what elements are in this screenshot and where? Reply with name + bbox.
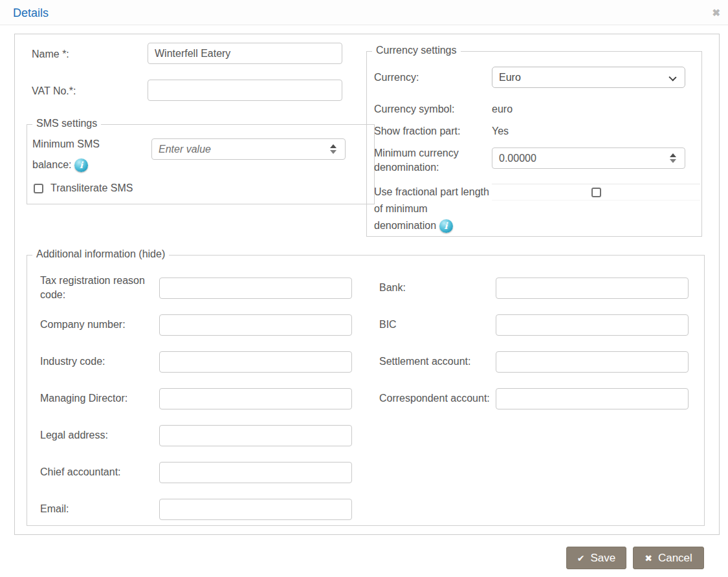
- correspondent-account-input[interactable]: [496, 388, 689, 409]
- email-label: Email:: [40, 502, 159, 516]
- hide-toggle[interactable]: (hide): [138, 248, 165, 259]
- currency-settings-fieldset: Currency settings Currency: Euro Currenc…: [366, 51, 702, 237]
- stepper-up-icon[interactable]: [330, 144, 336, 148]
- field-row: Correspondent account:: [379, 384, 703, 413]
- transliterate-sms-checkbox[interactable]: [34, 184, 43, 193]
- show-fraction-value: Yes: [492, 124, 509, 138]
- currency-label: Currency:: [374, 71, 419, 85]
- field-row: Chief accountant:: [40, 458, 369, 486]
- bank-input[interactable]: [496, 278, 689, 299]
- number-stepper[interactable]: [330, 138, 339, 160]
- name-label: Name *:: [32, 47, 69, 61]
- stepper-up-icon[interactable]: [670, 153, 676, 157]
- dialog-header: Details ✖: [0, 0, 728, 25]
- bic-label: BIC: [379, 318, 496, 332]
- vat-label: VAT No.*:: [32, 84, 76, 98]
- field-row: Industry code:: [40, 347, 369, 376]
- currency-symbol-value: euro: [492, 102, 513, 116]
- currency-settings-legend: Currency settings: [372, 45, 461, 56]
- field-row: Email:: [40, 495, 369, 523]
- industry-code-input[interactable]: [159, 351, 352, 373]
- number-stepper[interactable]: [670, 147, 679, 169]
- details-form-panel: Name *: VAT No.*: SMS settings Minimum S…: [14, 34, 720, 535]
- name-input[interactable]: [148, 43, 342, 64]
- min-sms-balance-label: Minimum SMS balance: i: [32, 134, 120, 175]
- additional-info-fieldset: Additional information (hide) Tax regist…: [27, 255, 705, 526]
- x-icon: ✖: [645, 554, 652, 563]
- chevron-down-icon: [668, 73, 676, 81]
- save-button-label: Save: [590, 552, 615, 565]
- currency-symbol-label: Currency symbol:: [374, 102, 454, 116]
- transliterate-row: Transliterate SMS: [34, 181, 133, 195]
- min-sms-balance-field: [151, 138, 346, 160]
- settlement-account-input[interactable]: [496, 351, 689, 373]
- additional-info-legend: Additional information (hide): [32, 248, 169, 260]
- save-button[interactable]: ✔ Save: [566, 547, 626, 569]
- stepper-down-icon[interactable]: [670, 159, 676, 163]
- managing-director-input[interactable]: [159, 388, 352, 409]
- sms-settings-legend: SMS settings: [32, 118, 101, 129]
- chief-accountant-label: Chief accountant:: [40, 465, 159, 479]
- field-row: Company number:: [40, 310, 369, 339]
- use-fractional-label: Use fractional part length of minimum de…: [374, 184, 491, 234]
- field-row: Managing Director:: [40, 384, 369, 413]
- details-dialog: Details ✖ Name *: VAT No.*: SMS settings…: [0, 0, 728, 577]
- tax-reg-reason-code-input[interactable]: [159, 278, 352, 299]
- chief-accountant-input[interactable]: [159, 462, 352, 483]
- cancel-button[interactable]: ✖ Cancel: [633, 547, 704, 569]
- settlement-account-label: Settlement account:: [379, 354, 496, 369]
- check-icon: ✔: [577, 554, 585, 563]
- close-icon[interactable]: ✖: [712, 7, 720, 19]
- company-number-label: Company number:: [40, 318, 159, 332]
- field-row: BIC: [379, 310, 703, 339]
- transliterate-sms-label: Transliterate SMS: [50, 181, 133, 195]
- vat-input[interactable]: [148, 80, 342, 101]
- sms-settings-fieldset: SMS settings Minimum SMS balance: i Tran…: [27, 124, 375, 204]
- company-number-input[interactable]: [159, 314, 352, 336]
- use-fractional-row: [492, 184, 700, 201]
- field-row: Tax registration reason code:: [40, 274, 369, 302]
- managing-director-label: Managing Director:: [40, 391, 159, 406]
- field-row: Settlement account:: [379, 347, 703, 376]
- info-icon[interactable]: i: [439, 219, 453, 233]
- show-fraction-label: Show fraction part:: [374, 124, 460, 138]
- info-icon[interactable]: i: [74, 158, 88, 172]
- legal-address-input[interactable]: [159, 425, 352, 446]
- min-denomination-input[interactable]: [492, 147, 685, 169]
- email-input[interactable]: [159, 499, 352, 520]
- field-row: Bank:: [379, 274, 703, 302]
- stepper-down-icon[interactable]: [330, 150, 336, 154]
- use-fractional-checkbox[interactable]: [591, 188, 601, 197]
- tax-reg-reason-code-label: Tax registration reason code:: [40, 274, 159, 302]
- legal-address-label: Legal address:: [40, 428, 159, 442]
- min-denomination-field: [492, 147, 685, 169]
- bank-label: Bank:: [379, 281, 496, 295]
- dialog-title: Details: [13, 6, 49, 20]
- field-row: Legal address:: [40, 421, 369, 450]
- bic-input[interactable]: [496, 314, 689, 336]
- industry-code-label: Industry code:: [40, 354, 159, 369]
- currency-select-value: Euro: [499, 72, 521, 83]
- cancel-button-label: Cancel: [658, 552, 692, 565]
- min-denomination-label: Minimum currency denomination:: [374, 146, 485, 175]
- correspondent-account-label: Correspondent account:: [379, 391, 496, 406]
- currency-select[interactable]: Euro: [492, 67, 685, 88]
- min-sms-balance-input[interactable]: [151, 138, 346, 160]
